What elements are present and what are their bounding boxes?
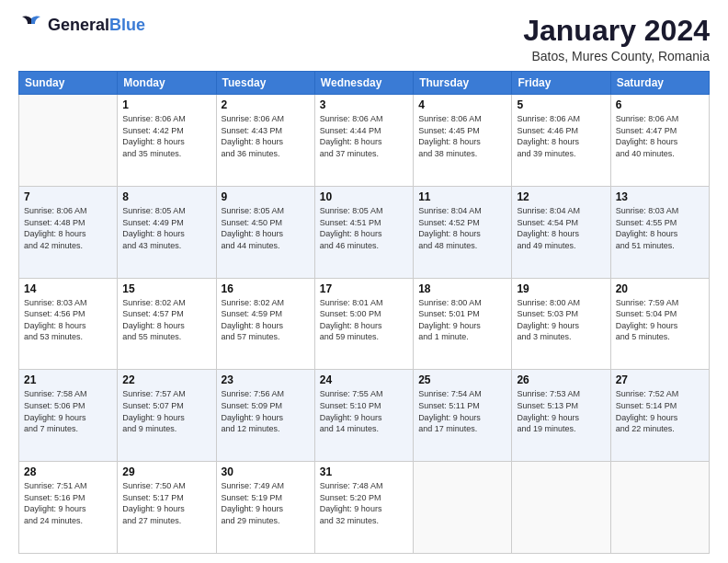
- day-info: Sunrise: 8:05 AM Sunset: 4:49 PM Dayligh…: [122, 205, 210, 251]
- header-sunday: Sunday: [19, 72, 118, 95]
- day-info: Sunrise: 8:00 AM Sunset: 5:03 PM Dayligh…: [517, 297, 605, 343]
- table-row: 2Sunrise: 8:06 AM Sunset: 4:43 PM Daylig…: [216, 95, 314, 187]
- table-row: 24Sunrise: 7:55 AM Sunset: 5:10 PM Dayli…: [314, 370, 413, 462]
- day-number: 6: [616, 98, 704, 111]
- day-info: Sunrise: 8:03 AM Sunset: 4:55 PM Dayligh…: [616, 205, 704, 251]
- table-row: 19Sunrise: 8:00 AM Sunset: 5:03 PM Dayli…: [512, 278, 610, 370]
- day-info: Sunrise: 8:04 AM Sunset: 4:52 PM Dayligh…: [418, 205, 506, 251]
- header: GeneralBlue January 2024 Batos, Mures Co…: [18, 15, 710, 63]
- day-number: 31: [320, 465, 408, 478]
- header-tuesday: Tuesday: [216, 72, 314, 95]
- day-number: 23: [222, 373, 310, 386]
- table-row: 13Sunrise: 8:03 AM Sunset: 4:55 PM Dayli…: [610, 186, 709, 278]
- day-number: 15: [122, 282, 210, 295]
- day-info: Sunrise: 8:05 AM Sunset: 4:50 PM Dayligh…: [222, 205, 310, 251]
- table-row: 31Sunrise: 7:48 AM Sunset: 5:20 PM Dayli…: [314, 462, 413, 554]
- day-info: Sunrise: 7:51 AM Sunset: 5:16 PM Dayligh…: [24, 480, 112, 526]
- logo-text: GeneralBlue: [48, 16, 145, 35]
- day-number: 26: [517, 373, 605, 386]
- table-row: 1Sunrise: 8:06 AM Sunset: 4:42 PM Daylig…: [118, 95, 216, 187]
- table-row: 17Sunrise: 8:01 AM Sunset: 5:00 PM Dayli…: [314, 278, 413, 370]
- day-number: 28: [24, 465, 112, 478]
- day-number: 29: [122, 465, 210, 478]
- day-info: Sunrise: 8:05 AM Sunset: 4:51 PM Dayligh…: [320, 205, 408, 251]
- day-number: 7: [24, 190, 112, 203]
- table-row: 16Sunrise: 8:02 AM Sunset: 4:59 PM Dayli…: [216, 278, 314, 370]
- day-info: Sunrise: 7:56 AM Sunset: 5:09 PM Dayligh…: [222, 388, 310, 434]
- table-row: 25Sunrise: 7:54 AM Sunset: 5:11 PM Dayli…: [414, 370, 512, 462]
- day-number: 21: [24, 373, 112, 386]
- day-number: 19: [517, 282, 605, 295]
- table-row: 5Sunrise: 8:06 AM Sunset: 4:46 PM Daylig…: [512, 95, 610, 187]
- calendar-page: GeneralBlue January 2024 Batos, Mures Co…: [0, 0, 728, 563]
- day-number: 14: [24, 282, 112, 295]
- table-row: 28Sunrise: 7:51 AM Sunset: 5:16 PM Dayli…: [19, 462, 118, 554]
- day-number: 18: [418, 282, 506, 295]
- header-saturday: Saturday: [610, 72, 709, 95]
- table-row: [512, 462, 610, 554]
- day-number: 27: [616, 373, 704, 386]
- table-row: 27Sunrise: 7:52 AM Sunset: 5:14 PM Dayli…: [610, 370, 709, 462]
- day-number: 16: [222, 282, 310, 295]
- header-monday: Monday: [118, 72, 216, 95]
- table-row: 30Sunrise: 7:49 AM Sunset: 5:19 PM Dayli…: [216, 462, 314, 554]
- table-row: 26Sunrise: 7:53 AM Sunset: 5:13 PM Dayli…: [512, 370, 610, 462]
- day-info: Sunrise: 7:55 AM Sunset: 5:10 PM Dayligh…: [320, 388, 408, 434]
- day-number: 13: [616, 190, 704, 203]
- calendar-week-row: 7Sunrise: 8:06 AM Sunset: 4:48 PM Daylig…: [19, 186, 710, 278]
- table-row: 6Sunrise: 8:06 AM Sunset: 4:47 PM Daylig…: [610, 95, 709, 187]
- table-row: 21Sunrise: 7:58 AM Sunset: 5:06 PM Dayli…: [19, 370, 118, 462]
- table-row: 14Sunrise: 8:03 AM Sunset: 4:56 PM Dayli…: [19, 278, 118, 370]
- table-row: 20Sunrise: 7:59 AM Sunset: 5:04 PM Dayli…: [610, 278, 709, 370]
- day-number: 25: [418, 373, 506, 386]
- day-info: Sunrise: 8:02 AM Sunset: 4:57 PM Dayligh…: [122, 297, 210, 343]
- day-number: 5: [517, 98, 605, 111]
- day-info: Sunrise: 8:04 AM Sunset: 4:54 PM Dayligh…: [517, 205, 605, 251]
- day-number: 12: [517, 190, 605, 203]
- calendar-week-row: 21Sunrise: 7:58 AM Sunset: 5:06 PM Dayli…: [19, 370, 710, 462]
- day-number: 4: [418, 98, 506, 111]
- day-number: 22: [122, 373, 210, 386]
- table-row: 4Sunrise: 8:06 AM Sunset: 4:45 PM Daylig…: [414, 95, 512, 187]
- logo: GeneralBlue: [18, 15, 145, 35]
- day-number: 30: [222, 465, 310, 478]
- location-subtitle: Batos, Mures County, Romania: [523, 49, 710, 63]
- day-info: Sunrise: 8:06 AM Sunset: 4:48 PM Dayligh…: [24, 205, 112, 251]
- calendar-week-row: 1Sunrise: 8:06 AM Sunset: 4:42 PM Daylig…: [19, 95, 710, 187]
- day-info: Sunrise: 7:50 AM Sunset: 5:17 PM Dayligh…: [122, 480, 210, 526]
- day-info: Sunrise: 8:01 AM Sunset: 5:00 PM Dayligh…: [320, 297, 408, 343]
- table-row: 12Sunrise: 8:04 AM Sunset: 4:54 PM Dayli…: [512, 186, 610, 278]
- title-section: January 2024 Batos, Mures County, Romani…: [523, 15, 710, 63]
- day-info: Sunrise: 8:06 AM Sunset: 4:44 PM Dayligh…: [320, 113, 408, 159]
- day-info: Sunrise: 7:48 AM Sunset: 5:20 PM Dayligh…: [320, 480, 408, 526]
- month-title: January 2024: [523, 15, 710, 47]
- table-row: [610, 462, 709, 554]
- day-info: Sunrise: 8:03 AM Sunset: 4:56 PM Dayligh…: [24, 297, 112, 343]
- day-info: Sunrise: 7:59 AM Sunset: 5:04 PM Dayligh…: [616, 297, 704, 343]
- header-wednesday: Wednesday: [314, 72, 413, 95]
- day-info: Sunrise: 7:58 AM Sunset: 5:06 PM Dayligh…: [24, 388, 112, 434]
- day-info: Sunrise: 7:53 AM Sunset: 5:13 PM Dayligh…: [517, 388, 605, 434]
- calendar-week-row: 28Sunrise: 7:51 AM Sunset: 5:16 PM Dayli…: [19, 462, 710, 554]
- day-info: Sunrise: 8:02 AM Sunset: 4:59 PM Dayligh…: [222, 297, 310, 343]
- day-info: Sunrise: 7:49 AM Sunset: 5:19 PM Dayligh…: [222, 480, 310, 526]
- header-friday: Friday: [512, 72, 610, 95]
- header-thursday: Thursday: [414, 72, 512, 95]
- table-row: 8Sunrise: 8:05 AM Sunset: 4:49 PM Daylig…: [118, 186, 216, 278]
- table-row: [19, 95, 118, 187]
- day-info: Sunrise: 8:06 AM Sunset: 4:45 PM Dayligh…: [418, 113, 506, 159]
- day-number: 2: [222, 98, 310, 111]
- day-number: 11: [418, 190, 506, 203]
- table-row: 15Sunrise: 8:02 AM Sunset: 4:57 PM Dayli…: [118, 278, 216, 370]
- logo-bird-icon: [18, 15, 44, 35]
- day-number: 24: [320, 373, 408, 386]
- day-info: Sunrise: 7:52 AM Sunset: 5:14 PM Dayligh…: [616, 388, 704, 434]
- day-info: Sunrise: 8:06 AM Sunset: 4:46 PM Dayligh…: [517, 113, 605, 159]
- table-row: 10Sunrise: 8:05 AM Sunset: 4:51 PM Dayli…: [314, 186, 413, 278]
- day-number: 9: [222, 190, 310, 203]
- day-info: Sunrise: 7:54 AM Sunset: 5:11 PM Dayligh…: [418, 388, 506, 434]
- day-number: 3: [320, 98, 408, 111]
- table-row: 7Sunrise: 8:06 AM Sunset: 4:48 PM Daylig…: [19, 186, 118, 278]
- day-info: Sunrise: 8:06 AM Sunset: 4:43 PM Dayligh…: [222, 113, 310, 159]
- table-row: 11Sunrise: 8:04 AM Sunset: 4:52 PM Dayli…: [414, 186, 512, 278]
